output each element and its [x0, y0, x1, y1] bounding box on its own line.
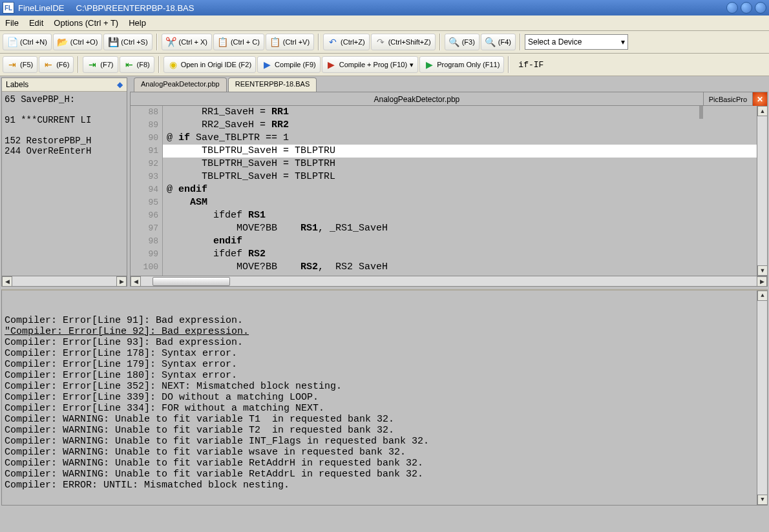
sidebar-body[interactable]: 65 SavePBP_H: 91 ***CURRENT LI 152 Resto… — [2, 92, 127, 276]
menu-help[interactable]: Help — [129, 18, 146, 28]
magnifier-icon: 🔍 — [485, 37, 496, 47]
disk-icon: 💾 — [108, 37, 118, 47]
scroll-right-icon[interactable]: ▶ — [116, 276, 127, 287]
open-orig-ide-button[interactable]: ◉Open in Origi IDE (F2) — [163, 56, 256, 73]
output-vscroll[interactable]: ▲ ▼ — [757, 291, 767, 505]
f8-button[interactable]: ⇤(F8) — [120, 56, 154, 73]
redo-button[interactable]: ↷(Ctrl+Shift+Z) — [371, 34, 436, 50]
close-file-button[interactable]: ✕ — [753, 92, 767, 107]
undo-button[interactable]: ↶(Ctrl+Z) — [323, 34, 370, 50]
separator — [158, 56, 160, 73]
new-button[interactable]: 📄(Ctrl +N) — [3, 34, 52, 50]
app-icon: FL — [3, 2, 14, 14]
redo-icon: ↷ — [375, 37, 386, 47]
f6-button[interactable]: ⇤(F6) — [39, 56, 74, 73]
search-f4-button[interactable]: 🔍(F4) — [481, 34, 516, 50]
outdent-icon: ⇤ — [124, 59, 134, 70]
labels-sidebar: Labels ◆ 65 SavePBP_H: 91 ***CURRENT LI … — [1, 77, 127, 287]
f7-button[interactable]: ⇥(F7) — [83, 56, 118, 73]
paste-icon: 📋 — [270, 37, 280, 47]
separator — [508, 56, 509, 73]
menu-edit[interactable]: Edit — [29, 18, 43, 28]
circle-icon: ◉ — [168, 59, 178, 70]
indent-icon: ⇥ — [87, 59, 98, 70]
diamond-icon: ◆ — [117, 80, 123, 89]
open-button[interactable]: 📂(Ctrl +O) — [53, 34, 102, 50]
scroll-left-icon[interactable]: ◀ — [131, 276, 141, 287]
tab-analogpeak[interactable]: AnalogPeakDetector.pbp — [134, 77, 227, 92]
search-f3-button[interactable]: 🔍(F3) — [445, 34, 479, 50]
code-area[interactable]: RR1_SaveH = RR1 RR2_SaveH = RR2@ if Save… — [163, 106, 757, 276]
f5-button[interactable]: ⇥(F5) — [3, 56, 37, 73]
sidebar-hscroll[interactable]: ◀ ▶ — [2, 276, 127, 286]
tab-reenterpbp[interactable]: REENTERPBP-18.BAS — [228, 77, 317, 92]
magnifier-icon: 🔍 — [449, 37, 459, 47]
chevron-down-icon: ▾ — [621, 37, 625, 46]
play-icon: ▶ — [424, 59, 434, 70]
compiler-output[interactable]: Compiler: Error[Line 91]: Bad expression… — [1, 289, 768, 506]
editor-vscroll[interactable]: ▲ ▼ — [757, 106, 767, 276]
copy-button[interactable]: 📋(Ctrl + C) — [213, 34, 264, 50]
close-window-button[interactable] — [755, 2, 766, 14]
scroll-right-icon[interactable]: ▶ — [757, 276, 767, 287]
separator — [318, 34, 319, 50]
scroll-thumb[interactable] — [153, 277, 230, 286]
cut-button[interactable]: ✂️(Ctrl + X) — [162, 34, 212, 50]
editor-tabs: AnalogPeakDetector.pbp REENTERPBP-18.BAS — [130, 77, 768, 92]
undo-icon: ↶ — [328, 37, 338, 47]
menubar: File Edit Options (Ctrl + T) Help — [0, 15, 769, 31]
play-icon: ▶ — [262, 59, 272, 70]
scroll-left-icon[interactable]: ◀ — [2, 276, 12, 287]
toolbar-row-1: 📄(Ctrl +N) 📂(Ctrl +O) 💾(Ctrl +S) ✂️(Ctrl… — [0, 31, 769, 54]
menu-file[interactable]: File — [5, 18, 19, 28]
file-path: AnalogPeakDetector.pbp — [131, 92, 703, 105]
separator — [520, 34, 521, 50]
maximize-button[interactable] — [741, 2, 752, 14]
play-icon: ▶ — [326, 59, 337, 70]
page-icon: 📄 — [7, 37, 17, 47]
scissors-icon: ✂️ — [166, 37, 176, 47]
scroll-down-icon[interactable]: ▼ — [757, 265, 768, 276]
menu-options[interactable]: Options (Ctrl + T) — [54, 18, 118, 28]
compile-button[interactable]: ▶Compile (F9) — [257, 56, 321, 73]
chevron-down-icon[interactable]: ▾ — [410, 61, 414, 69]
save-button[interactable]: 💾(Ctrl +S) — [103, 34, 152, 50]
title-text: FineLineIDE C:\PBP\REENTERPBP-18.BAS — [18, 3, 726, 13]
compile-prog-button[interactable]: ▶Compile + Prog (F10) ▾ — [322, 56, 418, 73]
scroll-up-icon[interactable]: ▲ — [757, 106, 768, 116]
scroll-up-icon[interactable]: ▲ — [757, 291, 768, 301]
toolbar-row-2: ⇥(F5) ⇤(F6) ⇥(F7) ⇤(F8) ◉Open in Origi I… — [0, 54, 769, 76]
indent-icon: ⇥ — [7, 59, 17, 70]
separator — [78, 56, 79, 73]
copy-icon: 📋 — [218, 37, 228, 47]
line-gutter: 888990919293949596979899100 — [131, 106, 163, 276]
if-toggle[interactable]: if-IF — [513, 60, 549, 70]
minimize-button[interactable] — [726, 2, 738, 14]
program-only-button[interactable]: ▶Program Only (F11) — [419, 56, 504, 73]
language-label[interactable]: PicBasicPro — [703, 92, 753, 105]
separator — [156, 34, 158, 50]
scroll-down-icon[interactable]: ▼ — [757, 495, 768, 505]
paste-button[interactable]: 📋(Ctrl +V) — [266, 34, 314, 50]
code-editor[interactable]: 888990919293949596979899100 RR1_SaveH = … — [130, 106, 768, 276]
titlebar: FL FineLineIDE C:\PBP\REENTERPBP-18.BAS — [0, 0, 769, 15]
editor-hscroll[interactable]: ◀ ▶ — [130, 276, 768, 287]
folder-icon: 📂 — [58, 37, 68, 47]
device-select[interactable]: Select a Device▾ — [525, 34, 628, 50]
sidebar-header[interactable]: Labels ◆ — [2, 78, 127, 92]
path-bar: AnalogPeakDetector.pbp PicBasicPro ✕ — [130, 92, 768, 106]
separator — [439, 34, 441, 50]
outdent-icon: ⇤ — [43, 59, 54, 70]
